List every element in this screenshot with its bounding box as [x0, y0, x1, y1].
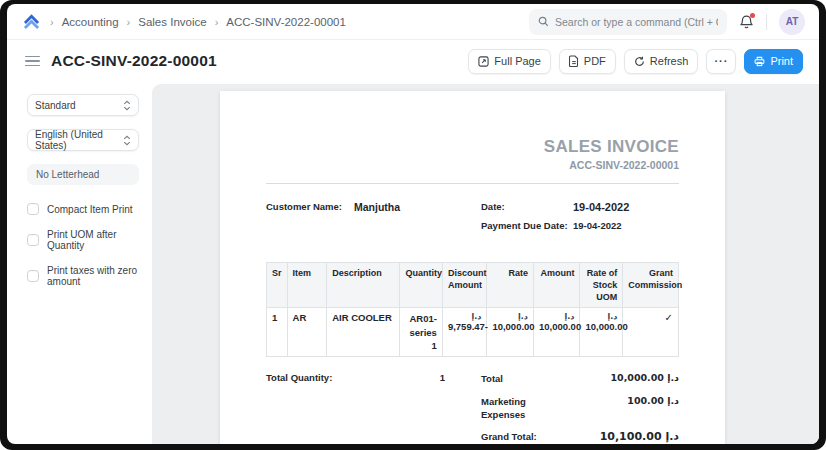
- marketing-expenses-label: Marketing Expenses: [481, 395, 573, 422]
- breadcrumb: › Accounting › Sales Invoice › ACC-SINV-…: [23, 14, 346, 29]
- marketing-expenses-value: 100.00 د.إ: [573, 395, 679, 422]
- totals-block: Total 10,000.00 د.إ Marketing Expenses 1…: [481, 372, 679, 444]
- invoice-sheet: SALES INVOICE ACC-SINV-2022-00001 Custom…: [220, 91, 725, 444]
- breadcrumb-document[interactable]: ACC-SINV-2022-00001: [226, 16, 346, 28]
- checkbox-label: Print taxes with zero amount: [47, 265, 139, 287]
- search-input[interactable]: [555, 16, 718, 28]
- language-select[interactable]: English (United States): [27, 129, 139, 151]
- print-format-select[interactable]: Standard: [27, 94, 139, 116]
- letterhead-field[interactable]: No Letterhead: [27, 164, 139, 185]
- navbar-right: AT: [529, 9, 805, 35]
- header-actions: Full Page PDF Refresh ···: [468, 49, 803, 74]
- print-button[interactable]: Print: [744, 49, 803, 74]
- invoice-title: SALES INVOICE: [266, 137, 679, 157]
- breadcrumb-separator: ›: [215, 16, 219, 28]
- invoice-divider: [266, 183, 679, 184]
- cell-discount-amount: د.إ 9,759.47-: [442, 308, 486, 357]
- refresh-icon: [634, 56, 645, 67]
- breadcrumb-separator: ›: [127, 16, 131, 28]
- invoice-items-table: Sr Item Description Quantity Discount Am…: [266, 262, 679, 357]
- page-title: ACC-SINV-2022-00001: [51, 52, 217, 70]
- breadcrumb-separator: ›: [50, 16, 54, 28]
- print-uom-checkbox[interactable]: Print UOM after Quantity: [27, 229, 139, 251]
- grand-total-value: 10,100.00 د.إ: [573, 430, 679, 443]
- compact-item-print-checkbox[interactable]: Compact Item Print: [27, 203, 139, 215]
- cell-amount: د.إ 10,000.00: [533, 308, 580, 357]
- invoice-number: ACC-SINV-2022-00001: [266, 159, 679, 171]
- refresh-label: Refresh: [650, 55, 689, 67]
- full-page-button[interactable]: Full Page: [468, 49, 550, 74]
- total-value: 10,000.00 د.إ: [573, 372, 679, 385]
- col-sr: Sr: [267, 263, 288, 308]
- expand-icon: [478, 56, 489, 67]
- print-preview-area: SALES INVOICE ACC-SINV-2022-00001 Custom…: [152, 84, 819, 444]
- full-page-label: Full Page: [494, 55, 540, 67]
- notification-dot: [750, 13, 755, 18]
- col-item: Item: [287, 263, 327, 308]
- refresh-button[interactable]: Refresh: [624, 49, 699, 74]
- chevron-updown-icon: [123, 100, 131, 111]
- language-value: English (United States): [35, 129, 123, 151]
- checkbox-icon: [27, 234, 39, 246]
- printer-icon: [754, 56, 765, 67]
- search-icon: [538, 16, 549, 27]
- check-icon: ✓: [665, 312, 673, 323]
- checkbox-icon: [27, 203, 39, 215]
- invoice-header: SALES INVOICE ACC-SINV-2022-00001: [266, 137, 679, 171]
- cell-rate-stock-uom: د.إ 10,000.00: [580, 308, 623, 357]
- pdf-label: PDF: [584, 55, 606, 67]
- navbar-divider: [766, 14, 767, 30]
- grand-total-row: Grand Total: 10,100.00 د.إ: [481, 430, 679, 443]
- amount-value: 10,000.00: [539, 321, 581, 332]
- currency-symbol: د.إ: [539, 312, 575, 321]
- total-label: Total: [481, 372, 573, 385]
- pdf-button[interactable]: PDF: [559, 49, 616, 74]
- cell-rate: د.إ 10,000.00: [487, 308, 534, 357]
- customer-block: Customer Name: Manjutha: [266, 201, 481, 238]
- col-discount-amount: Discount Amount: [442, 263, 486, 308]
- navbar: › Accounting › Sales Invoice › ACC-SINV-…: [7, 4, 819, 40]
- checkbox-icon: [27, 270, 39, 282]
- col-quantity: Quantity: [400, 263, 442, 308]
- cell-sr: 1: [267, 308, 288, 357]
- total-quantity-label: Total Quantity:: [266, 372, 332, 444]
- discount-value: 9,759.47-: [448, 321, 488, 332]
- table-row: 1 AR AIR COOLER AR01-series 1 د.إ 9,759.…: [267, 308, 679, 357]
- cell-grant-commission: ✓: [623, 308, 679, 357]
- rate-value: 10,000.00: [492, 321, 534, 332]
- due-date-value: 19-04-2022: [573, 220, 622, 231]
- global-search[interactable]: [529, 9, 727, 35]
- total-row: Total 10,000.00 د.إ: [481, 372, 679, 385]
- date-value: 19-04-2022: [573, 201, 629, 213]
- file-icon: [569, 55, 579, 67]
- currency-symbol: د.إ: [448, 312, 481, 321]
- col-amount: Amount: [533, 263, 580, 308]
- checkbox-label: Compact Item Print: [47, 204, 133, 215]
- col-description: Description: [327, 263, 400, 308]
- cell-description: AIR COOLER: [327, 308, 400, 357]
- print-zero-taxes-checkbox[interactable]: Print taxes with zero amount: [27, 265, 139, 287]
- invoice-totals: Total Quantity: 1 Total 10,000.00 د.إ Ma…: [266, 372, 679, 444]
- dates-block: Date: 19-04-2022 Payment Due Date: 19-04…: [481, 201, 679, 238]
- marketing-expenses-label-text: Marketing Expenses: [481, 395, 543, 422]
- due-date-label: Payment Due Date:: [481, 220, 573, 231]
- avatar[interactable]: AT: [779, 9, 805, 35]
- date-label: Date:: [481, 201, 573, 213]
- app-logo-icon[interactable]: [23, 14, 40, 29]
- cell-quantity: AR01-series 1: [400, 308, 442, 357]
- breadcrumb-sales-invoice[interactable]: Sales Invoice: [138, 16, 206, 28]
- marketing-expenses-row: Marketing Expenses 100.00 د.إ: [481, 395, 679, 422]
- total-quantity-value: 1: [440, 372, 445, 444]
- breadcrumb-accounting[interactable]: Accounting: [62, 16, 119, 28]
- col-rate: Rate: [487, 263, 534, 308]
- invoice-meta: Customer Name: Manjutha Date: 19-04-2022…: [266, 201, 679, 238]
- print-label: Print: [770, 55, 793, 67]
- rate-stock-uom-value: 10,000.00: [585, 321, 627, 332]
- menu-icon[interactable]: [25, 56, 40, 67]
- notifications-button[interactable]: [739, 14, 754, 30]
- more-options-button[interactable]: ···: [706, 49, 736, 74]
- app-window: › Accounting › Sales Invoice › ACC-SINV-…: [7, 4, 819, 444]
- grand-total-label: Grand Total:: [481, 430, 573, 443]
- chevron-updown-icon: [123, 135, 131, 146]
- currency-symbol: د.إ: [585, 312, 617, 321]
